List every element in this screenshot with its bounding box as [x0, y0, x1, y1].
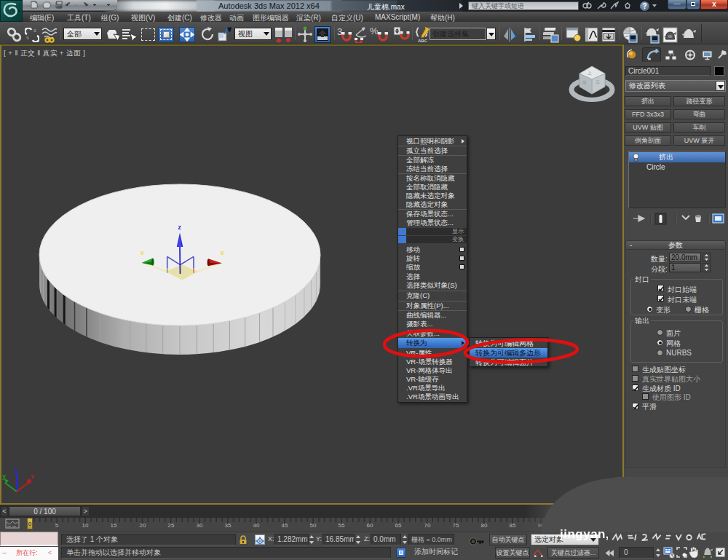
svg-text:左: 左: [596, 79, 600, 84]
svg-text:上: 上: [587, 71, 592, 75]
svg-text:S: S: [33, 28, 36, 33]
svg-text:z: z: [178, 224, 181, 231]
svg-text:z: z: [14, 467, 17, 474]
svg-text:y: y: [2, 473, 6, 480]
svg-text:ABC: ABC: [418, 39, 428, 43]
svg-text:x: x: [31, 473, 34, 480]
svg-text:S: S: [26, 36, 29, 40]
svg-text:前: 前: [582, 80, 587, 84]
